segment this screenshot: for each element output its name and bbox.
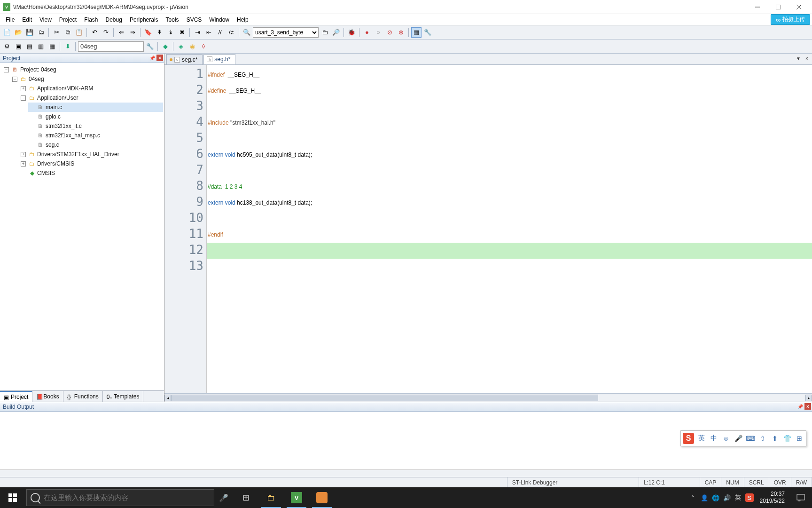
scroll-right-icon[interactable]: ▸ xyxy=(805,395,812,401)
tab-project[interactable]: ▣Project xyxy=(0,391,32,402)
ime-login-icon[interactable]: ⬆ xyxy=(770,434,780,443)
pin-icon[interactable]: 📌 xyxy=(149,55,156,61)
tray-sogou-icon[interactable]: S xyxy=(745,493,754,502)
taskbar-app-uvision[interactable]: V xyxy=(284,487,309,508)
bookmark-prev-icon[interactable]: ↟ xyxy=(154,27,164,38)
ime-menu-icon[interactable]: ⊞ xyxy=(795,434,804,443)
redo-icon[interactable]: ↷ xyxy=(101,27,111,38)
taskbar-search[interactable] xyxy=(26,489,214,506)
start-button[interactable] xyxy=(0,487,25,508)
menu-tools[interactable]: Tools xyxy=(162,15,183,25)
nav-back-icon[interactable]: ⇐ xyxy=(116,27,126,38)
code-line[interactable]: extern void hc595_out_data(uint8_t data)… xyxy=(207,147,812,163)
code-line[interactable] xyxy=(207,211,812,227)
tree-group[interactable]: +🗀Drivers/CMSIS xyxy=(20,159,163,168)
notification-button[interactable] xyxy=(789,487,812,508)
open-file-icon[interactable]: 📂 xyxy=(13,27,23,38)
tab-books[interactable]: 📕Books xyxy=(32,391,63,402)
tree-file[interactable]: 🗎gpio.c xyxy=(28,112,163,121)
scroll-left-icon[interactable]: ◂ xyxy=(164,395,171,401)
code-line[interactable] xyxy=(207,259,812,275)
breakpoint-kill-icon[interactable]: ⊗ xyxy=(396,27,406,38)
tray-people-icon[interactable]: 👤 xyxy=(699,487,710,508)
bookmark-clear-icon[interactable]: ✖ xyxy=(177,27,187,38)
ime-punct-icon[interactable]: 中 xyxy=(709,434,718,443)
incremental-find-icon[interactable]: 🔎 xyxy=(331,27,341,38)
build-icon[interactable]: ▣ xyxy=(13,41,23,52)
code-line[interactable]: #ifndef __SEG_H__ xyxy=(207,67,812,83)
ime-lang-icon[interactable]: 英 xyxy=(697,434,706,443)
scroll-thumb[interactable] xyxy=(171,395,598,401)
taskbar-app-explorer[interactable]: 🗀 xyxy=(258,487,284,508)
new-file-icon[interactable]: 📄 xyxy=(2,27,12,38)
code-line[interactable] xyxy=(207,163,812,179)
code-area[interactable]: #ifndef __SEG_H__#define __SEG_H__ #incl… xyxy=(207,65,812,393)
expand-icon[interactable]: + xyxy=(21,152,26,157)
menu-file[interactable]: File xyxy=(2,15,18,25)
stop-build-icon[interactable]: ▦ xyxy=(47,41,57,52)
ime-voice-icon[interactable]: 🎤 xyxy=(734,434,743,443)
tree-file[interactable]: 🗎stm32f1xx_hal_msp.c xyxy=(28,131,163,140)
code-editor[interactable]: 12345678910111213 #ifndef __SEG_H__#defi… xyxy=(164,65,812,393)
code-line[interactable]: #endif xyxy=(207,227,812,243)
target-select[interactable]: 04seg xyxy=(78,41,144,52)
download-icon[interactable]: ⬇ xyxy=(62,41,73,52)
tab-dropdown-icon[interactable]: ▼ xyxy=(795,55,802,62)
batch-build-icon[interactable]: ▥ xyxy=(36,41,46,52)
taskbar-clock[interactable]: 20:37 2019/5/22 xyxy=(755,491,789,505)
editor-tab-seg-c[interactable]: c seg.c* xyxy=(166,54,203,64)
tree-group[interactable]: +🗀Application/MDK-ARM xyxy=(20,84,163,93)
panel-close-icon[interactable]: × xyxy=(156,55,163,61)
collapse-icon[interactable]: - xyxy=(21,95,26,101)
manage-rte-icon[interactable]: ◆ xyxy=(160,41,171,52)
collapse-icon[interactable]: − xyxy=(4,67,9,72)
manage-icon[interactable]: ◊ xyxy=(198,41,209,52)
tree-group[interactable]: -🗀Application/User xyxy=(20,93,163,103)
ime-skin-icon[interactable]: ⇧ xyxy=(758,434,767,443)
breakpoint-disable-icon[interactable]: ⊘ xyxy=(384,27,395,38)
translate-icon[interactable]: ⚙ xyxy=(2,41,12,52)
tab-templates[interactable]: 0₊Templates xyxy=(103,391,144,402)
undo-icon[interactable]: ↶ xyxy=(89,27,100,38)
cut-icon[interactable]: ✂ xyxy=(51,27,62,38)
search-input[interactable] xyxy=(44,494,210,502)
close-button[interactable] xyxy=(789,0,809,14)
code-line[interactable] xyxy=(207,131,812,147)
tree-file[interactable]: 🗎stm32f1xx_it.c xyxy=(28,121,163,131)
save-all-icon[interactable]: 🗂 xyxy=(36,27,46,38)
target-options-icon[interactable]: 🔧 xyxy=(145,41,155,52)
indent-icon[interactable]: ⇥ xyxy=(192,27,203,38)
configure-icon[interactable]: 🔧 xyxy=(422,27,433,38)
tree-target[interactable]: − 🗀 04seg xyxy=(11,74,163,84)
menu-flash[interactable]: Flash xyxy=(80,15,102,25)
outdent-icon[interactable]: ⇤ xyxy=(203,27,214,38)
expand-icon[interactable]: + xyxy=(21,86,26,91)
find-combo[interactable]: usart_3_send_byte xyxy=(253,27,319,38)
debug-icon[interactable]: 🐞 xyxy=(346,27,357,38)
expand-icon[interactable]: + xyxy=(21,161,26,167)
tray-network-icon[interactable]: 🌐 xyxy=(710,487,721,508)
upload-button[interactable]: ∞ 拍摄上传 xyxy=(771,14,810,25)
pack-installer-icon[interactable]: ◈ xyxy=(176,41,186,52)
tree-file[interactable]: 🗎seg.c xyxy=(28,140,163,150)
paste-icon[interactable]: 📋 xyxy=(74,27,84,38)
editor-tab-seg-h[interactable]: h seg.h* xyxy=(203,54,235,64)
find-icon[interactable]: 🔍 xyxy=(242,27,252,38)
tray-chevron-icon[interactable]: ˄ xyxy=(687,487,699,508)
breakpoint-insert-icon[interactable]: ● xyxy=(362,27,372,38)
bookmark-icon[interactable]: 🔖 xyxy=(143,27,153,38)
code-line[interactable]: extern void hc138_out_data(uint8_t data)… xyxy=(207,195,812,211)
code-line[interactable]: //data 1 2 3 4 xyxy=(207,179,812,195)
ime-emoji-icon[interactable]: ☺ xyxy=(721,434,731,443)
code-line[interactable]: #include "stm32f1xx_hal.h" xyxy=(207,115,812,131)
menu-project[interactable]: Project xyxy=(55,15,80,25)
sogou-icon[interactable]: S xyxy=(683,433,694,444)
tree-root[interactable]: − 🗎 Project: 04seg xyxy=(3,65,163,74)
comment-icon[interactable]: // xyxy=(215,27,225,38)
ime-keyboard-icon[interactable]: ⌨ xyxy=(746,434,755,443)
build-hscrollbar[interactable] xyxy=(0,469,812,477)
window-layout-icon[interactable]: ▦ xyxy=(411,27,422,38)
copy-icon[interactable]: ⧉ xyxy=(62,27,73,38)
build-output-body[interactable]: S 英 中 ☺ 🎤 ⌨ ⇧ ⬆ 👕 ⊞ xyxy=(0,412,812,469)
bookmark-next-icon[interactable]: ↡ xyxy=(165,27,176,38)
